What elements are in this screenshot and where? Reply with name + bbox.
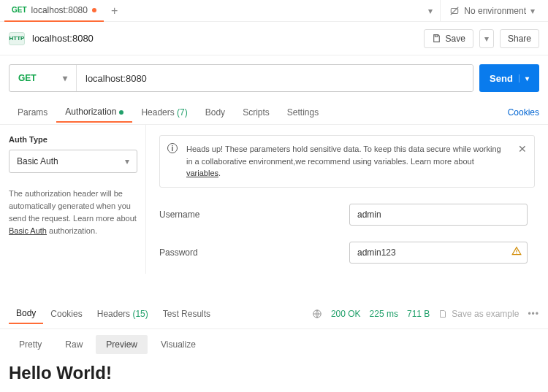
environment-selector[interactable]: No environment ▾ — [440, 0, 544, 22]
request-subtabs: Params Authorization Headers (7) Body Sc… — [0, 101, 548, 124]
password-row: Password — [159, 242, 535, 264]
share-button[interactable]: Share — [500, 29, 539, 48]
unsaved-dot-icon — [92, 8, 96, 12]
password-input[interactable] — [349, 242, 528, 264]
chevron-down-icon: ▾ — [530, 6, 535, 16]
warning-icon — [511, 246, 522, 256]
save-label: Save — [446, 34, 465, 44]
info-icon: i — [167, 143, 178, 153]
method-selector[interactable]: GET ▾ — [9, 65, 77, 91]
username-label: Username — [159, 210, 349, 220]
url-bar-row: GET ▾ Send ▾ — [0, 55, 548, 101]
chevron-down-icon: ▾ — [484, 34, 489, 44]
chevron-down-icon: ▾ — [125, 156, 129, 166]
chevron-down-icon[interactable]: ▾ — [519, 74, 529, 82]
view-preview[interactable]: Preview — [96, 335, 148, 354]
tab-settings[interactable]: Settings — [278, 103, 327, 122]
response-size: 711 B — [407, 309, 430, 319]
http-badge-icon: HTTP — [9, 32, 25, 45]
tab-authorization[interactable]: Authorization — [56, 102, 132, 123]
auth-right-column: i Heads up! These parameters hold sensit… — [146, 125, 548, 274]
tab-title: localhost:8080 — [31, 5, 88, 15]
resp-tab-cookies[interactable]: Cookies — [43, 304, 89, 323]
more-options-icon[interactable]: ••• — [528, 309, 539, 319]
resp-tab-tests[interactable]: Test Results — [156, 304, 218, 323]
send-label: Send — [490, 73, 513, 84]
save-as-example-button[interactable]: Save as example — [438, 309, 519, 319]
no-environment-icon — [449, 6, 460, 16]
svg-point-4 — [516, 253, 517, 253]
view-raw[interactable]: Raw — [55, 335, 93, 354]
save-dropdown-button[interactable]: ▾ — [479, 29, 494, 48]
new-tab-button[interactable]: + — [104, 4, 125, 18]
active-dot-icon — [119, 110, 123, 115]
resp-tab-headers[interactable]: Headers (15) — [90, 304, 156, 323]
sensitive-data-alert: i Heads up! These parameters hold sensit… — [159, 135, 535, 188]
preview-heading: Hello World! — [9, 363, 539, 383]
response-time: 225 ms — [370, 309, 398, 319]
chevron-down-icon: ▾ — [63, 73, 67, 83]
view-pretty[interactable]: Pretty — [9, 335, 52, 354]
url-group: GET ▾ — [9, 64, 473, 92]
share-label: Share — [508, 34, 531, 44]
username-row: Username — [159, 204, 535, 226]
environment-label: No environment — [464, 6, 526, 16]
save-button[interactable]: Save — [424, 29, 473, 48]
auth-type-value: Basic Auth — [17, 156, 58, 166]
request-tab[interactable]: GET localhost:8080 — [4, 0, 104, 22]
send-button[interactable]: Send ▾ — [479, 64, 539, 92]
close-icon[interactable]: ✕ — [518, 142, 527, 157]
request-header-row: HTTP localhost:8080 Save ▾ Share — [0, 22, 548, 55]
username-input[interactable] — [349, 204, 528, 226]
svg-rect-2 — [435, 35, 438, 37]
top-tab-bar: GET localhost:8080 + ▾ No environment ▾ — [0, 0, 548, 22]
auth-left-column: Auth Type Basic Auth ▾ The authorization… — [0, 125, 146, 274]
basic-auth-link[interactable]: Basic Auth — [9, 226, 47, 235]
cookies-link[interactable]: Cookies — [508, 107, 539, 118]
method-label: GET — [18, 73, 37, 83]
save-icon — [432, 34, 441, 43]
request-title: localhost:8080 — [32, 33, 94, 44]
variables-link[interactable]: variables — [186, 169, 218, 177]
view-visualize[interactable]: Visualize — [151, 335, 206, 354]
tab-method-label: GET — [12, 6, 27, 14]
response-preview: Hello World! Sign Out — [0, 360, 548, 393]
auth-type-select[interactable]: Basic Auth ▾ — [9, 150, 137, 173]
resp-tab-body[interactable]: Body — [9, 304, 43, 324]
url-input[interactable] — [77, 65, 473, 91]
status-code: 200 OK — [331, 309, 361, 319]
authorization-panel: Auth Type Basic Auth ▾ The authorization… — [0, 124, 548, 274]
tab-body[interactable]: Body — [197, 103, 234, 122]
tab-scripts[interactable]: Scripts — [234, 103, 278, 122]
tab-headers[interactable]: Headers (7) — [132, 103, 196, 122]
response-view-tabs: Pretty Raw Preview Visualize — [0, 329, 548, 360]
response-bar: Body Cookies Headers (15) Test Results 2… — [0, 299, 548, 329]
save-icon — [438, 310, 447, 318]
auth-description: The authorization header will be automat… — [9, 188, 137, 237]
auth-type-label: Auth Type — [9, 135, 137, 144]
globe-icon[interactable] — [312, 309, 322, 319]
tab-overflow-chevron-icon[interactable]: ▾ — [428, 6, 433, 16]
password-label: Password — [159, 247, 349, 258]
tab-params[interactable]: Params — [9, 103, 56, 122]
